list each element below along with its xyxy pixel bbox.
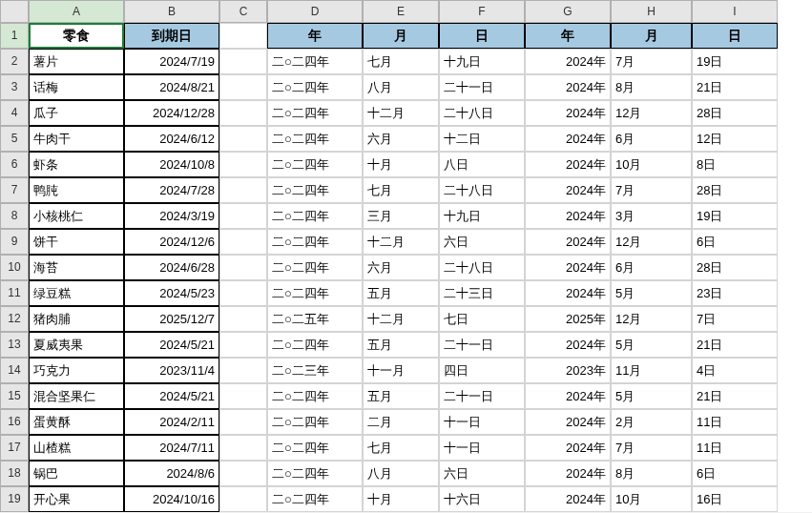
- cell-D19[interactable]: 二○二四年: [267, 486, 363, 512]
- row-head-16[interactable]: 16: [0, 409, 29, 435]
- cell-H4[interactable]: 12月: [611, 100, 692, 126]
- cell-D10[interactable]: 二○二四年: [267, 255, 363, 280]
- cell-I10[interactable]: 28日: [692, 255, 778, 280]
- cell-B2[interactable]: 2024/7/19: [124, 49, 219, 74]
- cell-G17[interactable]: 2024年: [525, 435, 611, 461]
- cell-C8[interactable]: [219, 203, 267, 229]
- cell-C10[interactable]: [219, 255, 267, 280]
- cell-H2[interactable]: 7月: [611, 49, 692, 74]
- cell-I2[interactable]: 19日: [692, 49, 778, 74]
- cell-C11[interactable]: [219, 280, 267, 306]
- cell-G3[interactable]: 2024年: [525, 74, 611, 100]
- cell-E12[interactable]: 十二月: [363, 306, 439, 332]
- cell-D15[interactable]: 二○二四年: [267, 383, 363, 409]
- row-head-11[interactable]: 11: [0, 280, 29, 306]
- cell-G2[interactable]: 2024年: [525, 49, 611, 74]
- cell-C14[interactable]: [219, 358, 267, 383]
- cell-A2[interactable]: 薯片: [29, 49, 124, 74]
- cell-G13[interactable]: 2024年: [525, 332, 611, 358]
- col-head-I[interactable]: I: [692, 0, 778, 23]
- cell-E16[interactable]: 二月: [363, 409, 439, 435]
- cell-C18[interactable]: [219, 461, 267, 486]
- cell-D3[interactable]: 二○二四年: [267, 74, 363, 100]
- cell-D11[interactable]: 二○二四年: [267, 280, 363, 306]
- cell-F15[interactable]: 二十一日: [439, 383, 525, 409]
- cell-G6[interactable]: 2024年: [525, 152, 611, 177]
- cell-D4[interactable]: 二○二四年: [267, 100, 363, 126]
- col-head-G[interactable]: G: [525, 0, 611, 23]
- col-head-C[interactable]: C: [219, 0, 267, 23]
- cell-G16[interactable]: 2024年: [525, 409, 611, 435]
- cell-A18[interactable]: 锅巴: [29, 461, 124, 486]
- cell-H14[interactable]: 11月: [611, 358, 692, 383]
- row-head-15[interactable]: 15: [0, 383, 29, 409]
- cell-C5[interactable]: [219, 126, 267, 152]
- cell-I18[interactable]: 6日: [692, 461, 778, 486]
- cell-G5[interactable]: 2024年: [525, 126, 611, 152]
- cell-G12[interactable]: 2025年: [525, 306, 611, 332]
- cell-B18[interactable]: 2024/8/6: [124, 461, 219, 486]
- cell-A13[interactable]: 夏威夷果: [29, 332, 124, 358]
- cell-A15[interactable]: 混合坚果仁: [29, 383, 124, 409]
- row-head-18[interactable]: 18: [0, 461, 29, 486]
- cell-B5[interactable]: 2024/6/12: [124, 126, 219, 152]
- cell-D2[interactable]: 二○二四年: [267, 49, 363, 74]
- col-head-H[interactable]: H: [611, 0, 692, 23]
- cell-C16[interactable]: [219, 409, 267, 435]
- cell-H13[interactable]: 5月: [611, 332, 692, 358]
- cell-I1[interactable]: 日: [692, 23, 778, 49]
- cell-G1[interactable]: 年: [525, 23, 611, 49]
- cell-F11[interactable]: 二十三日: [439, 280, 525, 306]
- cell-H3[interactable]: 8月: [611, 74, 692, 100]
- cell-D18[interactable]: 二○二四年: [267, 461, 363, 486]
- cell-E17[interactable]: 七月: [363, 435, 439, 461]
- cell-H5[interactable]: 6月: [611, 126, 692, 152]
- cell-G8[interactable]: 2024年: [525, 203, 611, 229]
- cell-B11[interactable]: 2024/5/23: [124, 280, 219, 306]
- cell-H16[interactable]: 2月: [611, 409, 692, 435]
- cell-B3[interactable]: 2024/8/21: [124, 74, 219, 100]
- cell-F12[interactable]: 七日: [439, 306, 525, 332]
- cell-A12[interactable]: 猪肉脯: [29, 306, 124, 332]
- cell-A3[interactable]: 话梅: [29, 74, 124, 100]
- cell-A6[interactable]: 虾条: [29, 152, 124, 177]
- cell-A1[interactable]: 零食: [29, 23, 124, 49]
- cell-H18[interactable]: 8月: [611, 461, 692, 486]
- cell-E15[interactable]: 五月: [363, 383, 439, 409]
- cell-C13[interactable]: [219, 332, 267, 358]
- cell-A9[interactable]: 饼干: [29, 229, 124, 255]
- cell-A17[interactable]: 山楂糕: [29, 435, 124, 461]
- cell-E18[interactable]: 八月: [363, 461, 439, 486]
- cell-I19[interactable]: 16日: [692, 486, 778, 512]
- col-head-D[interactable]: D: [267, 0, 363, 23]
- cell-D17[interactable]: 二○二四年: [267, 435, 363, 461]
- cell-G10[interactable]: 2024年: [525, 255, 611, 280]
- row-head-13[interactable]: 13: [0, 332, 29, 358]
- cell-G11[interactable]: 2024年: [525, 280, 611, 306]
- cell-B13[interactable]: 2024/5/21: [124, 332, 219, 358]
- cell-I14[interactable]: 4日: [692, 358, 778, 383]
- cell-A5[interactable]: 牛肉干: [29, 126, 124, 152]
- cell-C2[interactable]: [219, 49, 267, 74]
- cell-H19[interactable]: 10月: [611, 486, 692, 512]
- cell-C12[interactable]: [219, 306, 267, 332]
- cell-F14[interactable]: 四日: [439, 358, 525, 383]
- row-head-8[interactable]: 8: [0, 203, 29, 229]
- cell-A16[interactable]: 蛋黄酥: [29, 409, 124, 435]
- row-head-14[interactable]: 14: [0, 358, 29, 383]
- cell-G4[interactable]: 2024年: [525, 100, 611, 126]
- row-head-4[interactable]: 4: [0, 100, 29, 126]
- cell-E10[interactable]: 六月: [363, 255, 439, 280]
- cell-G9[interactable]: 2024年: [525, 229, 611, 255]
- cell-F7[interactable]: 二十八日: [439, 177, 525, 203]
- cell-F8[interactable]: 十九日: [439, 203, 525, 229]
- cell-B4[interactable]: 2024/12/28: [124, 100, 219, 126]
- cell-I6[interactable]: 8日: [692, 152, 778, 177]
- cell-H6[interactable]: 10月: [611, 152, 692, 177]
- cell-I8[interactable]: 19日: [692, 203, 778, 229]
- cell-F17[interactable]: 十一日: [439, 435, 525, 461]
- cell-D6[interactable]: 二○二四年: [267, 152, 363, 177]
- select-all-corner[interactable]: [0, 0, 29, 23]
- cell-A14[interactable]: 巧克力: [29, 358, 124, 383]
- cell-F6[interactable]: 八日: [439, 152, 525, 177]
